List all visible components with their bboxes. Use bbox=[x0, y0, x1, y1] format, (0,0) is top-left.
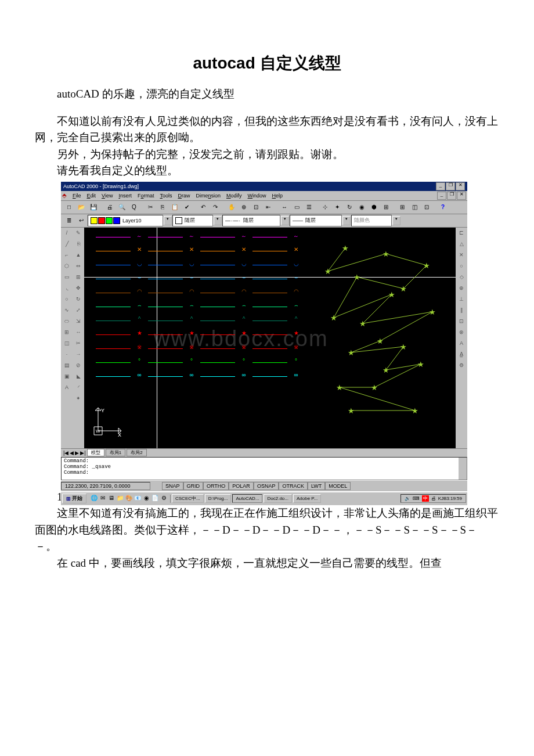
tab-nav-last-icon[interactable]: ▶| bbox=[80, 450, 85, 456]
snap-nod-icon[interactable]: ⊗ bbox=[456, 327, 467, 338]
mdi-close-icon[interactable]: ✕ bbox=[457, 192, 466, 200]
status-toggle-model[interactable]: MODEL bbox=[325, 482, 351, 490]
snap-per-icon[interactable]: ⊥ bbox=[456, 294, 467, 305]
snap-ins-icon[interactable]: ⊡ bbox=[456, 316, 467, 327]
move-icon[interactable]: ✥ bbox=[73, 283, 84, 294]
menu-modify[interactable]: Modify bbox=[226, 193, 242, 199]
start-button[interactable]: ⊞ 开始 bbox=[62, 494, 86, 503]
help-icon[interactable]: ? bbox=[437, 201, 449, 213]
status-toggle-ortho[interactable]: ORTHO bbox=[203, 482, 229, 490]
tab-model[interactable]: 模型 bbox=[87, 449, 104, 456]
snap-mid-icon[interactable]: △ bbox=[456, 239, 467, 250]
rectangle-icon[interactable]: ▭ bbox=[62, 272, 72, 283]
fillet-icon[interactable]: ◜ bbox=[73, 383, 84, 393]
ucs-icon[interactable]: ⊹ bbox=[319, 201, 331, 213]
insert-icon[interactable]: ⊞ bbox=[62, 327, 72, 338]
text-icon[interactable]: A bbox=[62, 383, 72, 393]
mirror-icon[interactable]: ▲ bbox=[73, 250, 84, 261]
layers-icon[interactable]: ≣ bbox=[63, 215, 75, 226]
match-icon[interactable]: ✔ bbox=[181, 201, 193, 213]
menu-format[interactable]: Format bbox=[138, 193, 154, 199]
cut-icon[interactable]: ✂ bbox=[145, 201, 156, 213]
trim-icon[interactable]: ✂ bbox=[73, 339, 84, 349]
preview-icon[interactable]: 🔍 bbox=[116, 201, 128, 213]
region-icon[interactable]: ▣ bbox=[62, 372, 72, 382]
extend-icon[interactable]: → bbox=[73, 350, 84, 360]
ellipse-icon[interactable]: ⬭ bbox=[62, 316, 72, 327]
pan-icon[interactable]: ✋ bbox=[226, 201, 237, 213]
tab-nav-prev-icon[interactable]: ◀ bbox=[70, 450, 74, 456]
offset-icon[interactable]: ⇔ bbox=[73, 261, 84, 272]
props-icon[interactable]: ⊞ bbox=[380, 201, 392, 213]
point-icon[interactable]: · bbox=[62, 350, 72, 360]
dist-icon[interactable]: ↔ bbox=[279, 201, 290, 213]
snap-nea-icon[interactable]: A bbox=[456, 339, 467, 349]
ql-icon[interactable]: 🎨 bbox=[125, 495, 133, 503]
menu-tools[interactable]: Tools bbox=[160, 193, 172, 199]
polygon-icon[interactable]: ⬡ bbox=[62, 261, 72, 272]
ql-icon[interactable]: 📄 bbox=[151, 495, 159, 503]
nav-icon[interactable]: ✦ bbox=[331, 201, 343, 213]
block-icon[interactable]: ◫ bbox=[62, 339, 72, 349]
tray-icon[interactable]: 🔊 bbox=[405, 496, 410, 501]
copy-icon[interactable]: ⎘ bbox=[157, 201, 168, 213]
menu-view[interactable]: View bbox=[102, 193, 113, 199]
linetype-dropdown[interactable]: —·—· 随层 bbox=[222, 215, 280, 226]
snap-int-icon[interactable]: ✕ bbox=[456, 250, 467, 261]
dbconnect-icon[interactable]: ⊞ bbox=[396, 201, 408, 213]
zoom-rt-icon[interactable]: ⊕ bbox=[238, 201, 250, 213]
line-icon[interactable]: / bbox=[62, 228, 72, 239]
orbit-icon[interactable]: ↻ bbox=[344, 201, 355, 213]
taskbar-item[interactable]: D:\Prog... bbox=[205, 494, 232, 503]
color-dropdown[interactable]: 随层 bbox=[172, 215, 213, 226]
dropdown-arrow-icon[interactable]: ▾ bbox=[164, 216, 172, 225]
menu-help[interactable]: Help bbox=[272, 193, 283, 199]
dview-icon[interactable]: ◉ bbox=[356, 201, 367, 213]
status-toggle-grid[interactable]: GRID bbox=[183, 482, 204, 490]
status-toggle-lwt[interactable]: LWT bbox=[308, 482, 325, 490]
lengthen-icon[interactable]: ↔ bbox=[73, 327, 84, 338]
command-window[interactable]: Command: Command: _qsave Command: bbox=[61, 457, 467, 480]
dropdown-arrow-icon[interactable]: ▾ bbox=[214, 216, 222, 225]
snap-qua-icon[interactable]: ◇ bbox=[456, 272, 467, 283]
copy-obj-icon[interactable]: ⎘ bbox=[73, 239, 84, 250]
status-toggle-osnap[interactable]: OSNAP bbox=[254, 482, 279, 490]
xline-icon[interactable]: ╱ bbox=[62, 239, 72, 250]
menu-draw[interactable]: Draw bbox=[178, 193, 190, 199]
layer-prev-icon[interactable]: ↩ bbox=[75, 215, 87, 226]
maximize-icon[interactable]: ❐ bbox=[446, 182, 455, 190]
find-icon[interactable]: Q bbox=[128, 201, 140, 213]
break-icon[interactable]: ⊘ bbox=[73, 361, 84, 371]
close-icon[interactable]: ✕ bbox=[456, 182, 465, 190]
plotstyle-dropdown[interactable]: 随颜色 bbox=[351, 215, 392, 226]
taskbar-item[interactable]: CSCEC中... bbox=[172, 494, 204, 503]
ql-icon[interactable]: ✉ bbox=[99, 495, 107, 503]
snap-tan-icon[interactable]: ⊕ bbox=[456, 283, 467, 294]
status-toggle-otrack[interactable]: OTRACK bbox=[279, 482, 308, 490]
menu-file[interactable]: File bbox=[73, 193, 81, 199]
ql-icon[interactable]: 📁 bbox=[116, 495, 124, 503]
new-icon[interactable]: □ bbox=[63, 201, 75, 213]
tab-layout2[interactable]: 布局2 bbox=[127, 449, 146, 456]
lineweight-dropdown[interactable]: —— 随层 bbox=[290, 215, 342, 226]
chamfer-icon[interactable]: ◣ bbox=[73, 372, 84, 382]
ql-icon[interactable]: ⚙ bbox=[160, 495, 168, 503]
stretch-icon[interactable]: ⇲ bbox=[73, 316, 84, 327]
mdi-minimize-icon[interactable]: _ bbox=[437, 192, 446, 200]
undo-icon[interactable]: ↶ bbox=[197, 201, 209, 213]
tab-layout1[interactable]: 布局1 bbox=[106, 449, 125, 456]
taskbar-item[interactable]: AutoCAD... bbox=[232, 494, 262, 503]
scale-icon[interactable]: ⤢ bbox=[73, 305, 84, 316]
spline-icon[interactable]: ∿ bbox=[62, 305, 72, 316]
menu-window[interactable]: Window bbox=[248, 193, 266, 199]
ql-icon[interactable]: 📧 bbox=[134, 495, 142, 503]
zoom-win-icon[interactable]: ⊡ bbox=[250, 201, 262, 213]
ql-icon[interactable]: 🖥 bbox=[107, 495, 116, 503]
tray-icon[interactable]: ⌨ bbox=[413, 496, 420, 501]
ql-icon[interactable]: 🌐 bbox=[90, 495, 98, 503]
paste-icon[interactable]: 📋 bbox=[169, 201, 181, 213]
rotate-icon[interactable]: ↻ bbox=[73, 294, 84, 305]
area-icon[interactable]: ▭ bbox=[291, 201, 302, 213]
tab-nav-next-icon[interactable]: ▶ bbox=[75, 450, 79, 456]
redo-icon[interactable]: ↷ bbox=[210, 201, 221, 213]
